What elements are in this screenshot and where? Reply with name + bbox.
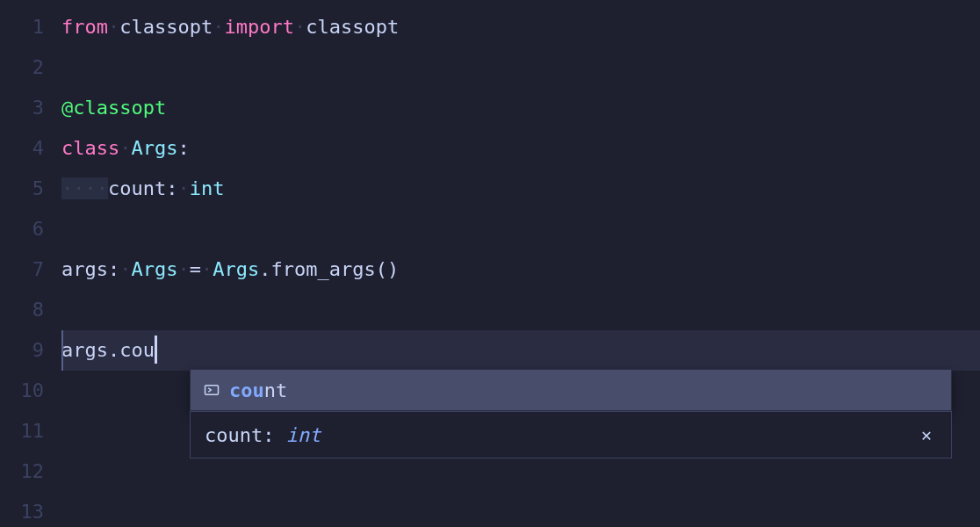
line-number: 11 [0, 411, 44, 451]
detail-type: int [286, 424, 321, 446]
close-icon[interactable]: ✕ [916, 422, 937, 447]
line-number: 12 [0, 451, 44, 492]
code-line[interactable] [61, 492, 980, 527]
line-number: 9 [0, 330, 44, 371]
import-name: classopt [306, 16, 399, 38]
autocomplete-label: count [229, 379, 287, 401]
line-number: 10 [0, 371, 44, 411]
code-line[interactable]: from·classopt·import·classopt [61, 7, 980, 47]
code-line[interactable]: class·Args: [61, 128, 980, 169]
whitespace: · [213, 16, 224, 38]
line-number: 6 [0, 209, 44, 249]
variable-icon [203, 384, 220, 396]
dot: . [259, 258, 270, 280]
variable: args [61, 339, 108, 361]
line-number: 2 [0, 47, 44, 88]
detail-name: count [205, 424, 263, 446]
module-name: classopt [119, 16, 213, 38]
line-number: 1 [0, 7, 44, 47]
colon: : [108, 258, 119, 280]
type-annotation: int [190, 177, 225, 199]
text-cursor [155, 336, 157, 364]
autocomplete-detail: count: int ✕ [190, 411, 952, 458]
keyword-class: class [61, 137, 119, 159]
line-number: 13 [0, 492, 44, 527]
class-name: Args [131, 137, 177, 159]
variable: args [61, 258, 108, 280]
parens: () [376, 258, 400, 280]
line-number: 7 [0, 249, 44, 290]
indent: ···· [61, 177, 108, 199]
line-number: 4 [0, 128, 44, 169]
code-line[interactable] [61, 290, 980, 330]
autocomplete-item[interactable]: count [191, 370, 951, 410]
detail-sep: : [263, 424, 286, 446]
whitespace: · [119, 258, 131, 280]
attribute-name: count [108, 177, 166, 199]
method-name: from_args [270, 258, 375, 280]
code-line[interactable] [61, 209, 980, 249]
line-number: 3 [0, 88, 44, 128]
decorator: @classopt [61, 97, 166, 119]
whitespace: · [119, 137, 131, 159]
whitespace: · [177, 258, 189, 280]
whitespace: · [108, 16, 119, 38]
line-number-gutter: 1 2 3 4 5 6 7 8 9 10 11 12 13 [0, 0, 61, 527]
partial-input: cou [119, 339, 155, 361]
autocomplete-popup: count [190, 369, 952, 411]
dot: . [108, 339, 119, 361]
code-line-active[interactable]: args.cou [61, 330, 980, 371]
colon: : [166, 177, 177, 199]
whitespace: · [201, 258, 213, 280]
match-text: cou [229, 379, 264, 401]
suggestion-rest: nt [264, 379, 288, 401]
line-number: 8 [0, 290, 44, 330]
keyword-from: from [61, 16, 108, 38]
type-annotation: Args [131, 258, 177, 280]
class-ref: Args [213, 258, 259, 280]
code-line[interactable] [61, 47, 980, 88]
detail-signature: count: int [205, 424, 321, 446]
keyword-import: import [224, 16, 293, 38]
code-line[interactable]: @classopt [61, 88, 980, 128]
whitespace: · [177, 177, 189, 199]
whitespace: · [294, 16, 306, 38]
current-line-border [61, 330, 63, 371]
code-line[interactable]: args:·Args·=·Args.from_args() [61, 249, 980, 290]
code-line[interactable]: ····count:·int [61, 169, 980, 209]
equals: = [190, 258, 201, 280]
colon: : [177, 137, 189, 159]
line-number: 5 [0, 169, 44, 209]
